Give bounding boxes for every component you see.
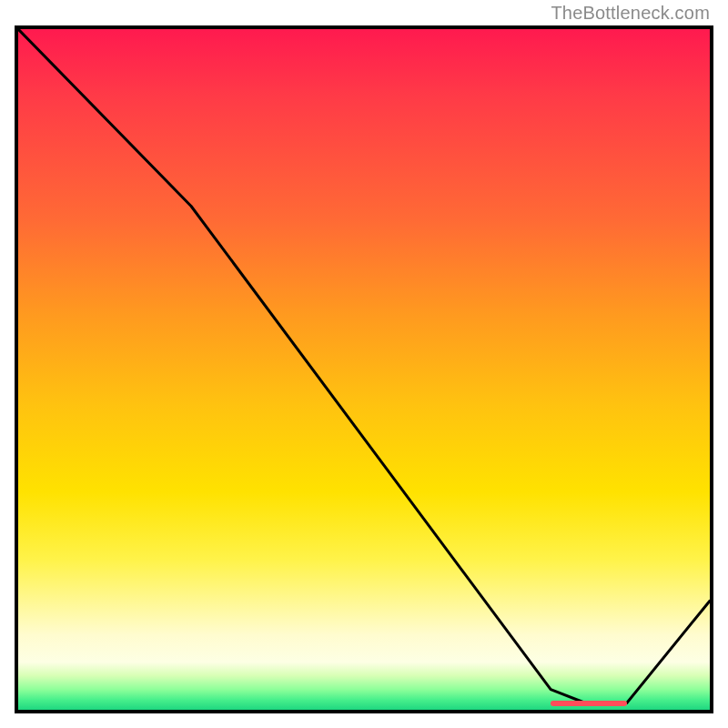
- bottleneck-curve: [18, 29, 710, 703]
- plot-area: [15, 25, 713, 713]
- attribution-text: TheBottleneck.com: [551, 3, 710, 24]
- optimal-range-marker: [551, 701, 627, 706]
- chart-stage: TheBottleneck.com: [0, 0, 728, 728]
- curve-layer: [18, 29, 710, 710]
